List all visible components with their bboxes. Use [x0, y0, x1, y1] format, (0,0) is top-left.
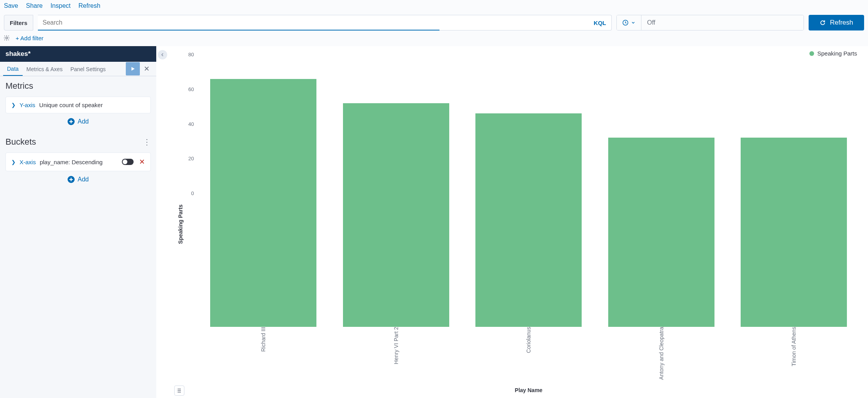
x-tick-label: Richard III	[260, 327, 266, 356]
refresh-link[interactable]: Refresh	[79, 2, 100, 9]
chevron-left-icon	[161, 53, 164, 57]
x-axis-ticks: Richard IIIHenry VI Part 2CoriolanusAnto…	[197, 327, 860, 385]
clock-icon	[622, 20, 629, 26]
time-picker-toggle[interactable]	[617, 15, 641, 30]
bucket-remove-button[interactable]: ✕	[139, 158, 145, 166]
bucket-agg-item[interactable]: ❯ X-axis play_name: Descending ✕	[5, 152, 151, 171]
x-tick-label: Timon of Athens	[791, 327, 797, 370]
x-tick: Antony and Cleopatra	[595, 327, 728, 385]
legend-toggle-button[interactable]	[174, 385, 184, 396]
add-bucket-button[interactable]: Add	[5, 176, 151, 183]
buckets-section: Buckets ⋮ ❯ X-axis play_name: Descending…	[0, 132, 156, 190]
buckets-menu-icon[interactable]: ⋮	[143, 138, 151, 146]
bar[interactable]	[475, 113, 582, 327]
chevron-right-icon: ❯	[11, 159, 16, 165]
time-picker-label: Off	[641, 15, 804, 30]
chevron-down-icon	[631, 20, 636, 25]
play-icon	[130, 66, 136, 72]
plus-circle-icon	[68, 118, 75, 125]
bar[interactable]	[608, 138, 714, 327]
x-tick: Richard III	[197, 327, 330, 385]
x-tick: Timon of Athens	[727, 327, 860, 385]
bar[interactable]	[343, 103, 449, 327]
add-bucket-label: Add	[78, 176, 89, 183]
y-axis-label: Speaking Parts	[176, 52, 185, 396]
y-tick: 60	[188, 86, 194, 92]
time-picker[interactable]: Off	[616, 15, 804, 30]
chevron-right-icon: ❯	[11, 102, 16, 108]
svg-point-1	[6, 37, 8, 39]
bar[interactable]	[210, 79, 316, 327]
add-metric-button[interactable]: Add	[5, 118, 151, 125]
add-filter-link[interactable]: + Add filter	[16, 35, 43, 41]
bucket-controls: ✕	[122, 158, 145, 166]
refresh-button-label: Refresh	[830, 19, 853, 27]
x-tick: Coriolanus	[462, 327, 595, 385]
search-wrap: KQL	[38, 15, 612, 30]
query-bar: Filters KQL Off Refresh	[0, 12, 868, 34]
chart-panel: Speaking Parts Speaking Parts 80 60 40 2…	[156, 46, 868, 398]
top-menu: Save Share Inspect Refresh	[0, 0, 868, 12]
x-tick-label: Henry VI Part 2	[393, 327, 399, 368]
buckets-title: Buckets ⋮	[5, 137, 151, 147]
bars-region: Richard IIIHenry VI Part 2CoriolanusAnto…	[197, 52, 860, 396]
metric-axis-label: Y-axis	[20, 102, 35, 108]
bar-slot	[727, 52, 860, 327]
sidebar-tabs: Data Metrics & Axes Panel Settings ✕	[0, 62, 156, 76]
close-editor-button[interactable]: ✕	[140, 65, 153, 73]
inspect-link[interactable]: Inspect	[50, 2, 71, 9]
bar-slot	[595, 52, 728, 327]
bar-slot	[462, 52, 595, 327]
search-input[interactable]	[38, 15, 588, 30]
bar-slot	[197, 52, 330, 327]
bars-container	[197, 52, 860, 327]
tab-data[interactable]: Data	[3, 62, 23, 76]
list-icon	[177, 388, 182, 393]
y-tick: 80	[188, 52, 194, 57]
x-tick-label: Coriolanus	[525, 327, 532, 357]
x-axis-label: Play Name	[197, 385, 860, 396]
filter-bar: + Add filter	[0, 34, 868, 46]
plus-circle-icon	[68, 176, 75, 183]
buckets-title-text: Buckets	[5, 137, 36, 147]
add-metric-label: Add	[78, 118, 89, 125]
save-link[interactable]: Save	[4, 2, 18, 9]
apply-changes-button[interactable]	[126, 62, 140, 75]
metric-agg-item[interactable]: ❯ Y-axis Unique count of speaker	[5, 97, 151, 113]
refresh-icon	[820, 20, 826, 26]
share-link[interactable]: Share	[26, 2, 43, 9]
main: shakes* Data Metrics & Axes Panel Settin…	[0, 46, 868, 398]
y-tick: 20	[188, 156, 194, 161]
filters-button[interactable]: Filters	[4, 15, 33, 30]
collapse-sidebar-button[interactable]	[158, 50, 167, 59]
metrics-title: Metrics	[5, 81, 151, 91]
refresh-button[interactable]: Refresh	[809, 15, 864, 30]
metric-desc: Unique count of speaker	[39, 102, 103, 108]
y-tick: 0	[191, 190, 194, 196]
gear-icon[interactable]	[3, 34, 10, 41]
tab-metrics-axes[interactable]: Metrics & Axes	[23, 62, 67, 75]
bucket-axis-label: X-axis	[20, 159, 36, 165]
sidebar: shakes* Data Metrics & Axes Panel Settin…	[0, 46, 156, 398]
y-axis-ticks: 80 60 40 20 0	[185, 52, 197, 196]
index-pattern-header[interactable]: shakes*	[0, 46, 156, 62]
bar-slot	[330, 52, 463, 327]
kql-toggle[interactable]: KQL	[588, 20, 612, 26]
tab-panel-settings[interactable]: Panel Settings	[66, 62, 109, 75]
x-tick: Henry VI Part 2	[330, 327, 463, 385]
metrics-section: Metrics ❯ Y-axis Unique count of speaker…	[0, 76, 156, 132]
plot-area: Speaking Parts 80 60 40 20 0 Richard III…	[162, 52, 860, 396]
search-focus-underline	[38, 30, 439, 30]
bucket-enable-toggle[interactable]	[122, 159, 134, 165]
x-tick-label: Antony and Cleopatra	[658, 327, 664, 384]
bar[interactable]	[741, 138, 847, 327]
y-tick: 40	[188, 121, 194, 127]
bucket-desc: play_name: Descending	[40, 159, 103, 165]
